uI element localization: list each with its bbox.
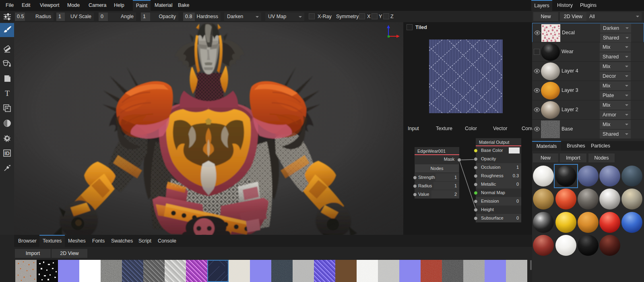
svg-text:T: T <box>5 89 10 97</box>
svg-text:ID: ID <box>4 150 10 156</box>
